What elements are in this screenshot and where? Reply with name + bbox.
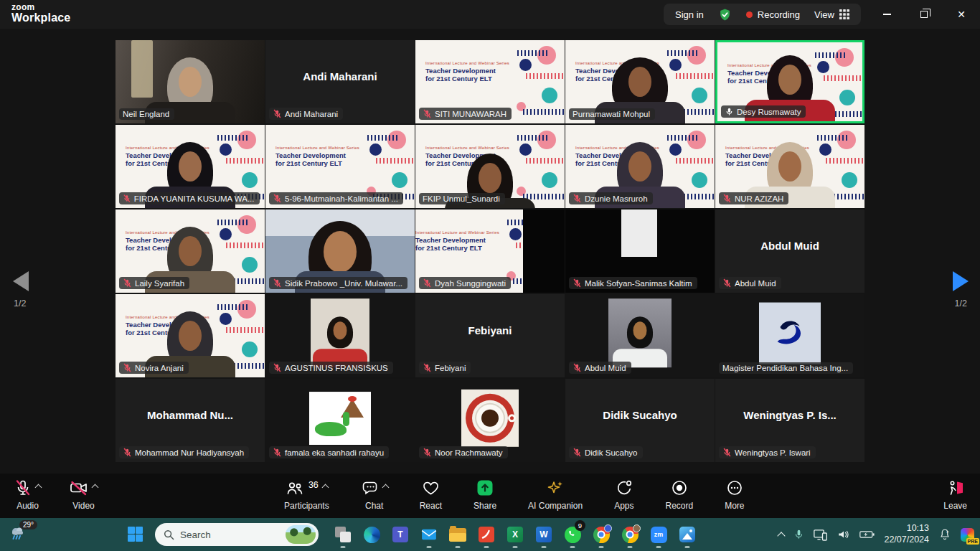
react-button[interactable]: React — [420, 479, 442, 511]
decor — [367, 135, 397, 141]
profile-logo-image — [759, 303, 821, 364]
record-button[interactable]: Record — [666, 479, 694, 511]
taskbar-app-zoom[interactable]: zm — [644, 520, 673, 549]
participant-tile[interactable]: Magister Pendidikan Bahasa Ing... — [715, 294, 864, 377]
more-button[interactable]: More — [725, 479, 744, 511]
tray-date: 22/07/2024 — [884, 534, 929, 546]
participants-options-caret[interactable] — [321, 484, 329, 491]
battery-charging-icon[interactable] — [859, 529, 875, 540]
decor — [519, 59, 532, 71]
participant-tile[interactable]: International Lecture and Webinar Series… — [715, 40, 864, 123]
taskbar-app-task-view[interactable] — [329, 520, 357, 549]
participant-name: Abdul Muid — [735, 279, 776, 288]
decor: 36 — [286, 479, 328, 498]
participant-tile[interactable]: Abdul MuidAbdul Muid — [715, 209, 864, 293]
audio-options-caret[interactable] — [35, 484, 42, 491]
participant-tile[interactable]: International Lecture and Webinar Series… — [415, 40, 565, 123]
taskbar-app-word[interactable]: W — [529, 520, 558, 549]
participant-tile[interactable]: Malik Sofyan-Sanimas Kaltim — [565, 209, 715, 293]
sign-in-button[interactable]: Sign in — [675, 9, 704, 20]
temperature-badge: 29° — [19, 520, 37, 529]
decor: z — [946, 529, 948, 534]
participants-button[interactable]: 36 Participants — [284, 479, 329, 511]
participant-tile[interactable]: International Lecture and Webinar Series… — [565, 40, 715, 123]
close-button[interactable]: ✕ — [943, 0, 980, 29]
window-controls: ✕ — [868, 0, 980, 29]
decor — [847, 9, 849, 12]
participant-tile[interactable]: Sidik Prabowo _Univ. Mulawar... — [265, 209, 415, 293]
taskbar-app-whatsapp[interactable]: 9 — [558, 520, 587, 549]
volume-icon[interactable] — [837, 529, 850, 540]
decor — [392, 172, 407, 188]
participant-tile[interactable]: Neil England — [116, 40, 265, 123]
leave-button[interactable]: Leave — [943, 479, 967, 511]
restore-button[interactable] — [905, 0, 943, 29]
video-button[interactable]: Video — [70, 479, 98, 511]
taskbar-app-edge[interactable] — [357, 520, 386, 549]
taskbar-app-photos[interactable] — [673, 520, 702, 549]
minimize-button[interactable] — [868, 0, 905, 29]
audio-button[interactable]: Audio — [14, 479, 41, 511]
participant-tile[interactable]: International Lecture and Webinar Series… — [265, 125, 415, 208]
muted-mic-icon — [123, 363, 132, 372]
taskbar-app-mail[interactable] — [415, 520, 443, 549]
weather-widget[interactable]: 29° — [9, 524, 27, 545]
participant-tile[interactable]: FebiyaniFebiyani — [415, 294, 565, 377]
search-box[interactable]: Search — [155, 523, 319, 546]
view-button[interactable]: View — [814, 9, 849, 20]
search-highlight-image[interactable] — [286, 525, 316, 544]
running-indicator — [427, 546, 432, 548]
participant-tile[interactable]: famala eka sanhadi rahayu — [265, 379, 415, 462]
participant-tile[interactable]: Andi MaharaniAndi Maharani — [265, 40, 415, 123]
taskbar-app-chrome-profile-2[interactable] — [616, 520, 644, 549]
taskbar-app-excel[interactable]: X — [501, 520, 529, 549]
chat-options-caret[interactable] — [382, 484, 389, 491]
participant-tile[interactable]: Weningtyas P. Is...Weningtyas P. Iswari — [715, 379, 864, 462]
participant-name: Purnamawati Mohpul — [573, 110, 650, 118]
copilot-icon[interactable]: PRE — [961, 528, 974, 542]
participant-tile[interactable]: Mohammad Nu...Mohammad Nur Hadiyansyah — [116, 379, 265, 462]
decor — [526, 73, 565, 79]
previous-page-arrow[interactable] — [13, 271, 29, 291]
running-indicator — [484, 546, 489, 548]
participant-tile[interactable]: International Lecture and Webinar Series… — [116, 294, 265, 377]
ai-companion-button[interactable]: AI Companion — [528, 479, 583, 511]
taskbar-app-chrome-profile-1[interactable] — [587, 520, 616, 549]
participant-tile[interactable]: International Lecture and Webinar Series… — [565, 125, 715, 208]
participant-tile[interactable]: Noor Rachmawaty — [415, 379, 565, 462]
decor — [731, 487, 732, 489]
participant-tile[interactable]: Abdul Muid — [565, 294, 715, 377]
participant-tile[interactable]: International Lecture and Webinar Series… — [116, 125, 265, 208]
cast-devices-icon[interactable] — [814, 529, 828, 541]
next-page-arrow[interactable] — [953, 271, 969, 291]
muted-mic-icon — [573, 194, 582, 203]
clock-widget[interactable]: 10:13 22/07/2024 — [884, 523, 929, 545]
taskbar-app-teams[interactable]: T — [386, 520, 415, 549]
participant-tile[interactable]: International Lecture and Webinar Series… — [715, 125, 864, 208]
chat-button[interactable]: Chat — [361, 479, 388, 511]
titlebar-status-pill: Sign in Recording View — [664, 4, 861, 25]
taskbar-app-pdf[interactable] — [472, 520, 501, 549]
participant-name: Weningtyas P. Iswari — [735, 448, 811, 457]
decor — [21, 492, 26, 495]
apps-button[interactable]: Apps — [614, 479, 633, 511]
taskbar-app-file-explorer[interactable] — [443, 520, 472, 549]
recording-indicator[interactable]: Recording — [746, 9, 800, 20]
participant-tile[interactable]: International Lecture and Webinar Series… — [116, 209, 265, 293]
participant-tile[interactable]: AGUSTINUS FRANSISKUS — [265, 294, 415, 377]
hidden-icons-chevron[interactable] — [778, 530, 784, 539]
chat-label: Chat — [365, 501, 383, 511]
notification-bell-icon[interactable]: z — [938, 528, 951, 541]
mic-in-use-icon[interactable] — [793, 528, 804, 541]
participant-tile[interactable]: International Lecture and Webinar Series… — [415, 125, 565, 208]
video-options-caret[interactable] — [92, 484, 99, 491]
participant-tile[interactable]: International Lecture and Webinar Series… — [415, 209, 565, 293]
security-shield-icon[interactable] — [718, 8, 732, 22]
share-button[interactable]: Share — [473, 479, 496, 511]
participant-tile[interactable]: Didik SucahyoDidik Sucahyo — [565, 379, 715, 462]
start-button[interactable] — [128, 527, 143, 542]
decor — [542, 88, 557, 103]
decor — [422, 529, 436, 540]
participant-name-tag: Malik Sofyan-Sanimas Kaltim — [569, 277, 697, 289]
decor — [823, 533, 827, 540]
